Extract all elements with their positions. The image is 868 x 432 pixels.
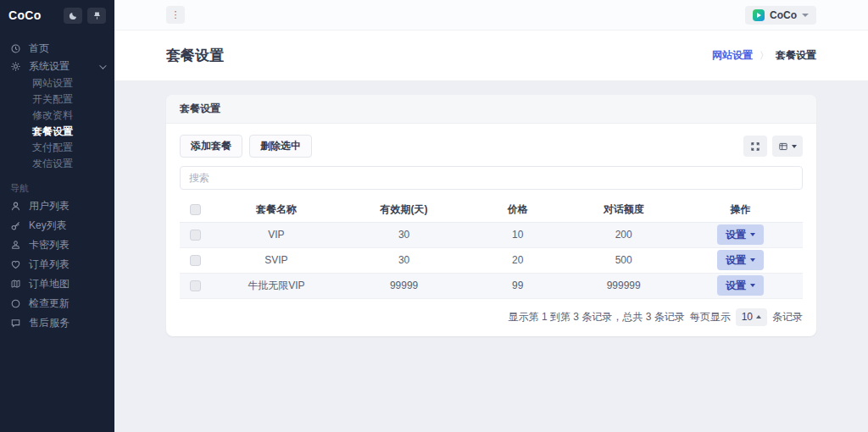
sidebar-item-label: 系统设置: [29, 59, 92, 74]
navbar-menu-button[interactable]: ⋮: [166, 6, 185, 24]
add-package-button[interactable]: 添加套餐: [180, 135, 242, 158]
navbar-right: CoCo: [745, 6, 816, 25]
chevron-down-icon: [99, 62, 106, 69]
user-icon: [10, 201, 21, 212]
sidebar-subitem-mail-settings[interactable]: 发信设置: [0, 156, 114, 172]
chevron-down-icon: [750, 233, 755, 236]
sidebar-subitem-edit-profile[interactable]: 修改资料: [0, 108, 114, 124]
breadcrumb: 网站设置 〉 套餐设置: [712, 48, 816, 63]
settings-button-label: 设置: [726, 253, 746, 268]
card-title: 套餐设置: [166, 95, 816, 124]
package-settings-card: 套餐设置 添加套餐 删除选中: [166, 95, 816, 336]
sidebar-item-label: 售后服务: [29, 316, 104, 330]
table-row: SVIP 30 20 500 设置: [180, 247, 803, 273]
row-settings-dropdown-button[interactable]: 设置: [717, 275, 764, 296]
packages-table: 套餐名称 有效期(天) 价格 对话额度 操作 VIP 30 10: [180, 197, 803, 299]
top-navbar: ⋮ CoCo: [114, 0, 868, 30]
sidebar-item-order-map[interactable]: 订单地图: [0, 274, 114, 294]
sidebar-item-label: Key列表: [29, 219, 104, 233]
pagination-summary: 显示第 1 到第 3 条记录，总共 3 条记录: [509, 310, 685, 324]
breadcrumb-current: 套餐设置: [776, 48, 816, 63]
sidebar-item-user-list[interactable]: 用户列表: [0, 197, 114, 216]
columns-icon: [778, 141, 788, 152]
row-settings-dropdown-button[interactable]: 设置: [717, 224, 764, 245]
column-header-days: 有效期(天): [342, 197, 466, 222]
columns-toggle-button[interactable]: [772, 136, 803, 157]
cell-price: 99: [466, 273, 569, 298]
row-checkbox[interactable]: [190, 255, 201, 266]
sidebar-item-after-sales[interactable]: 售后服务: [0, 313, 114, 333]
settings-button-label: 设置: [726, 279, 746, 293]
chevron-down-icon: [792, 145, 797, 148]
brand-logo-text: CoCo: [8, 8, 58, 22]
user-name: CoCo: [770, 9, 797, 21]
cell-quota: 999999: [569, 273, 678, 298]
map-icon: [10, 279, 21, 290]
sidebar-item-label: 修改资料: [32, 108, 104, 123]
heart-icon: [10, 259, 21, 270]
sidebar-subitem-switch-config[interactable]: 开关配置: [0, 91, 114, 108]
sidebar-item-label: 网站设置: [32, 76, 104, 91]
sidebar-item-key-list[interactable]: Key列表: [0, 216, 114, 235]
sidebar-item-label: 卡密列表: [29, 238, 104, 252]
sidebar-item-check-update[interactable]: 检查更新: [0, 294, 114, 313]
breadcrumb-link-website-settings[interactable]: 网站设置: [712, 48, 753, 63]
cell-package-name: SVIP: [211, 247, 342, 273]
chevron-down-icon: [750, 258, 755, 262]
gear-icon: [10, 61, 21, 72]
sidebar-brand-row: CoCo: [0, 0, 114, 30]
fullscreen-icon: [750, 141, 760, 152]
sidebar-menu: 首页 系统设置 网站设置 开关配置 修改资料 套餐设置 支付配置 发信设置 导航…: [0, 30, 114, 333]
dark-mode-toggle[interactable]: [64, 8, 82, 24]
chevron-down-icon: [802, 14, 809, 17]
delete-selected-button[interactable]: 删除选中: [249, 135, 312, 158]
fullscreen-button[interactable]: [743, 136, 767, 157]
sidebar-item-home[interactable]: 首页: [0, 40, 114, 58]
card-body: 添加套餐 删除选中: [166, 124, 816, 336]
table-toolbar: 添加套餐 删除选中: [180, 135, 803, 158]
refresh-circle-icon: [10, 298, 21, 309]
cell-days: 30: [342, 247, 466, 273]
sidebar-nav-list: 用户列表 Key列表 卡密列表 订单列表 订单地图 检查更新: [0, 197, 114, 333]
sidebar-item-label: 订单地图: [29, 277, 104, 291]
page-size-value: 10: [742, 311, 753, 323]
table-header-row: 套餐名称 有效期(天) 价格 对话额度 操作: [180, 197, 803, 222]
page-header: 套餐设置 网站设置 〉 套餐设置: [114, 30, 868, 81]
sidebar-subitem-payment-config[interactable]: 支付配置: [0, 140, 114, 156]
sidebar-section-nav: 导航: [0, 180, 114, 197]
page-title: 套餐设置: [166, 46, 224, 65]
cell-price: 20: [466, 247, 569, 273]
pin-icon: [92, 11, 102, 20]
cell-days: 99999: [342, 273, 466, 298]
breadcrumb-separator: 〉: [760, 49, 769, 62]
sidebar-item-system-settings[interactable]: 系统设置: [0, 58, 114, 75]
vertical-dots-icon: ⋮: [171, 10, 181, 19]
column-header-quota: 对话额度: [569, 197, 678, 222]
sidebar-item-label: 检查更新: [29, 296, 104, 311]
column-header-name: 套餐名称: [211, 197, 342, 222]
sidebar-item-label: 开关配置: [32, 92, 104, 107]
user-dropdown-button[interactable]: CoCo: [745, 6, 816, 25]
page-size-dropdown-button[interactable]: 10: [736, 308, 767, 326]
row-checkbox[interactable]: [190, 280, 201, 291]
sidebar-subitem-website-settings[interactable]: 网站设置: [0, 75, 114, 91]
select-all-checkbox[interactable]: [190, 204, 201, 215]
sidebar-item-label: 支付配置: [32, 141, 104, 155]
row-checkbox[interactable]: [190, 230, 201, 241]
cell-price: 10: [466, 222, 569, 247]
content-area: 套餐设置 添加套餐 删除选中: [114, 81, 868, 432]
row-settings-dropdown-button[interactable]: 设置: [717, 250, 764, 270]
table-row: 牛批无限VIP 99999 99 999999 设置: [180, 273, 803, 298]
system-settings-submenu: 网站设置 开关配置 修改资料 套餐设置 支付配置 发信设置: [0, 75, 114, 172]
seal-icon: [10, 240, 21, 251]
key-icon: [10, 220, 21, 231]
cell-quota: 200: [569, 222, 678, 247]
sidebar-item-card-list[interactable]: 卡密列表: [0, 235, 114, 255]
cell-package-name: VIP: [211, 222, 342, 247]
column-header-action: 操作: [678, 197, 803, 222]
sidebar-subitem-package-settings[interactable]: 套餐设置: [0, 124, 114, 140]
sidebar-item-order-list[interactable]: 订单列表: [0, 255, 114, 274]
sidebar-item-label: 用户列表: [29, 199, 104, 213]
search-input[interactable]: [180, 166, 803, 190]
pin-sidebar-button[interactable]: [87, 8, 106, 24]
